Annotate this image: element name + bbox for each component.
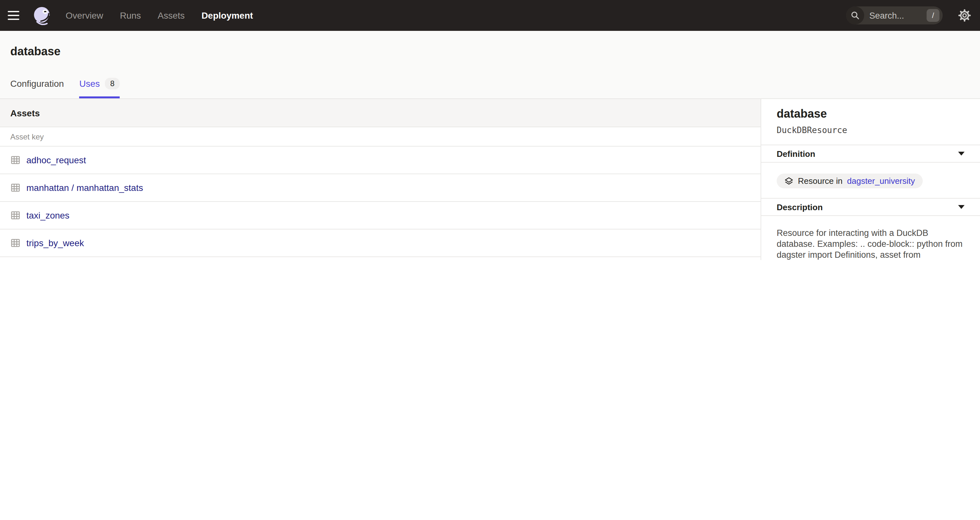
- description-section-toggle[interactable]: Description: [761, 198, 980, 215]
- tab-uses[interactable]: Uses 8: [80, 78, 120, 98]
- nav-item-deployment[interactable]: Deployment: [201, 10, 253, 21]
- asset-link[interactable]: taxi_zones: [26, 210, 70, 220]
- asset-link[interactable]: adhoc_request: [26, 155, 86, 165]
- resource-detail-panel: database DuckDBResource Definition Resou…: [760, 99, 980, 260]
- definition-section-body: Resource in dagster_university: [761, 162, 980, 198]
- search-input[interactable]: [864, 11, 927, 20]
- app-root: Overview Runs Assets Deployment /: [0, 0, 980, 260]
- asset-row: manhattan / manhattan_stats: [0, 174, 760, 202]
- asset-link[interactable]: trips_by_week: [26, 238, 84, 248]
- uses-list: Assets Asset key adhoc_request manhattan…: [0, 99, 760, 260]
- column-label: Asset key: [10, 132, 44, 141]
- resource-title: database: [777, 107, 964, 121]
- assets-section-header: Assets: [0, 99, 760, 127]
- assets-column-header: Asset key: [0, 127, 760, 147]
- asset-link[interactable]: manhattan / manhattan_stats: [26, 182, 143, 193]
- nav-item-assets[interactable]: Assets: [158, 10, 185, 21]
- resource-layers-icon: [784, 176, 793, 185]
- asset-row: taxi_zones: [0, 202, 760, 230]
- definition-section-toggle[interactable]: Definition: [761, 144, 980, 162]
- badge-prefix: Resource in: [798, 176, 843, 186]
- gear-icon[interactable]: [958, 9, 971, 22]
- top-navigation-bar: Overview Runs Assets Deployment /: [0, 0, 980, 31]
- nav-item-runs[interactable]: Runs: [120, 10, 141, 21]
- asset-row: trips_by_week: [0, 230, 760, 257]
- dagster-logo[interactable]: [32, 6, 51, 25]
- section-label: Description: [777, 202, 822, 212]
- tab-configuration[interactable]: Configuration: [10, 78, 64, 98]
- primary-nav: Overview Runs Assets Deployment: [66, 10, 253, 21]
- nav-item-overview[interactable]: Overview: [66, 10, 103, 21]
- page-title: database: [10, 31, 970, 59]
- tab-count-badge: 8: [105, 78, 119, 89]
- chevron-down-icon: [958, 205, 964, 209]
- search-icon: [846, 6, 864, 24]
- code-location-link[interactable]: dagster_university: [847, 176, 915, 186]
- resource-type: DuckDBResource: [777, 125, 964, 135]
- chevron-down-icon: [958, 152, 964, 155]
- page-header: database Configuration Uses 8: [0, 31, 980, 99]
- content-area: Assets Asset key adhoc_request manhattan…: [0, 99, 980, 260]
- asset-row: taxi_trips: [0, 257, 760, 260]
- description-text: Resource for interacting with a DuckDB d…: [761, 215, 980, 260]
- tab-bar: Configuration Uses 8: [10, 78, 120, 98]
- tab-label: Uses: [80, 78, 100, 89]
- hamburger-menu-icon[interactable]: [8, 8, 23, 23]
- tab-label: Configuration: [10, 78, 64, 89]
- panel-header: database DuckDBResource: [761, 99, 980, 144]
- table-icon: [10, 182, 21, 193]
- table-icon: [10, 238, 21, 248]
- global-search[interactable]: /: [846, 6, 943, 24]
- section-title: Assets: [10, 108, 40, 118]
- table-icon: [10, 210, 21, 220]
- table-icon: [10, 155, 21, 165]
- resource-location-badge: Resource in dagster_university: [777, 174, 923, 188]
- slash-key-badge: /: [927, 9, 939, 22]
- asset-row: adhoc_request: [0, 147, 760, 174]
- section-label: Definition: [777, 149, 815, 159]
